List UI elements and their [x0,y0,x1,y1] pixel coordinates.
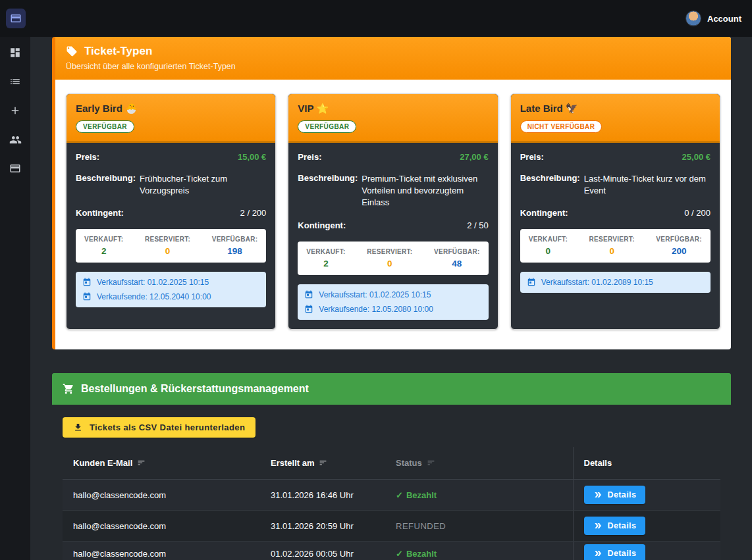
price-label: Preis: [520,152,544,162]
reserved-value: 0 [589,246,635,256]
sale-start-date: Verkaufsstart: 01.02.2089 10:15 [541,278,653,287]
available-value: 198 [212,246,258,256]
bird-emoji-icon: 🦅 [566,103,578,114]
calendar-icon [527,278,536,287]
details-button[interactable]: Details [584,517,646,535]
order-email: hallo@classencode.com [63,480,260,511]
orders-section: Bestellungen & Rückerstattungsmanagement… [52,373,731,560]
order-status: ✓Bezahlt [385,480,573,511]
sale-start-date: Verkaufsstart: 01.02.2025 10:15 [319,290,431,299]
account-label: Account [707,14,741,24]
quota-value: 2 / 50 [467,220,489,230]
available-value: 200 [656,246,702,256]
availability-badge: VERFÜGBAR [298,120,356,133]
ticket-cards-row: Early Bird🐣 VERFÜGBAR Preis: 15,00 € Bes… [55,80,731,349]
ticket-title: Early Bird [76,103,122,114]
orders-table: Kunden E-Mail Erstellt am Status Details [63,447,720,560]
table-header-row: Kunden E-Mail Erstellt am Status Details [63,447,720,480]
ticket-card-header: Early Bird🐣 VERFÜGBAR [67,94,275,143]
col-header-email[interactable]: Kunden E-Mail [63,447,260,480]
description-value: Premium-Ticket mit exklusiven Vorteilen … [362,173,488,209]
reserved-value: 0 [145,246,190,256]
sidebar-item-list[interactable] [5,75,25,88]
col-header-details: Details [573,447,720,480]
ticket-card-body: Preis: 27,00 € Beschreibung: Premium-Tic… [288,143,497,329]
available-label: VERFÜGBAR: [656,236,702,243]
quota-label: Kontingent: [76,208,124,218]
order-email: hallo@classencode.com [63,542,260,560]
ticket-title: Late Bird [520,103,563,114]
main-content: Ticket-Typen Übersicht über alle konfigu… [30,0,752,560]
description-label: Beschreibung: [520,173,580,183]
sidebar-item-users[interactable] [5,133,25,146]
sidebar [0,37,30,560]
order-status: REFUNDED [385,511,573,542]
order-row: hallo@classencode.com 31.01.2026 16:46 U… [63,480,720,511]
calendar-icon [82,292,92,301]
ticket-card-body: Preis: 25,00 € Beschreibung: Last-Minute… [511,143,720,329]
ticket-types-title: Ticket-Typen [84,45,152,58]
sort-icon [137,459,146,467]
order-created: 31.01.2026 20:59 Uhr [260,511,385,542]
order-row: hallo@classencode.com 31.01.2026 20:59 U… [63,511,720,542]
users-icon [9,134,22,146]
star-emoji-icon: ⭐ [317,103,329,114]
sold-label: VERKAUFT: [529,236,568,243]
sale-end-date: Verkaufsende: 12.05.2080 10:00 [319,305,433,314]
chick-emoji-icon: 🐣 [125,103,138,114]
ticket-card-late-bird: Late Bird🦅 NICHT VERFÜGBAR Preis: 25,00 … [510,93,720,330]
double-arrow-icon [593,549,603,558]
sale-end-date: Verkaufsende: 12.05.2040 10:00 [97,292,211,301]
price-value: 25,00 € [682,152,711,162]
quota-value: 2 / 200 [240,208,267,218]
price-label: Preis: [298,152,321,162]
reserved-label: RESERVIERT: [145,236,190,243]
quota-label: Kontingent: [520,208,568,218]
check-icon: ✓ [396,490,403,500]
dashboard-icon [9,47,21,59]
sale-dates-box: Verkaufsstart: 01.02.2025 10:15 Verkaufs… [76,272,266,307]
sale-dates-box: Verkaufsstart: 01.02.2089 10:15 [520,272,711,293]
ticket-card-early-bird: Early Bird🐣 VERFÜGBAR Preis: 15,00 € Bes… [66,93,276,330]
sidebar-item-dashboard[interactable] [5,46,25,59]
ticket-card-vip: VIP⭐ VERFÜGBAR Preis: 27,00 € Beschreibu… [288,93,498,330]
sold-value: 2 [84,246,123,256]
details-button[interactable]: Details [584,486,646,504]
sold-value: 2 [306,259,345,268]
col-header-status[interactable]: Status [385,447,573,480]
available-label: VERFÜGBAR: [434,248,480,255]
sold-label: VERKAUFT: [306,248,345,255]
plus-icon [9,105,21,116]
details-button[interactable]: Details [584,544,646,560]
ticket-card-header: Late Bird🦅 NICHT VERFÜGBAR [511,94,720,143]
description-label: Beschreibung: [76,173,136,183]
double-arrow-icon [593,521,603,530]
topbar: Account [0,0,752,37]
sold-value: 0 [529,246,568,256]
csv-download-button[interactable]: Tickets als CSV Datei herunterladen [63,417,255,438]
sale-dates-box: Verkaufsstart: 01.02.2025 10:15 Verkaufs… [298,284,488,320]
app-logo[interactable] [6,9,26,28]
orders-title: Bestellungen & Rückerstattungsmanagement [81,383,309,395]
sidebar-item-add[interactable] [5,104,25,117]
orders-header: Bestellungen & Rückerstattungsmanagement [52,373,731,405]
ticket-card-header: VIP⭐ VERFÜGBAR [288,94,497,143]
account-menu[interactable]: Account [685,11,741,26]
quota-label: Kontingent: [298,220,346,230]
reserved-label: RESERVIERT: [589,236,635,243]
description-value: Last-Minute-Ticket kurz vor dem Event [584,173,711,197]
sold-label: VERKAUFT: [84,236,123,243]
col-header-created[interactable]: Erstellt am [260,447,385,480]
order-email: hallo@classencode.com [63,511,260,542]
download-icon [73,422,83,432]
stats-box: VERKAUFT: 2 RESERVIERT: 0 VERFÜGBAR: 48 [298,242,488,275]
stats-box: VERKAUFT: 2 RESERVIERT: 0 VERFÜGBAR: 198 [76,229,266,263]
double-arrow-icon [593,490,603,499]
sidebar-item-payments[interactable] [5,162,25,175]
reserved-label: RESERVIERT: [367,248,412,255]
calendar-icon [304,305,313,314]
ticket-types-subtitle: Übersicht über alle konfigurierten Ticke… [66,62,720,71]
description-value: Frühbucher-Ticket zum Vorzugspreis [140,173,266,197]
available-label: VERFÜGBAR: [212,236,258,243]
tag-icon [66,45,78,57]
